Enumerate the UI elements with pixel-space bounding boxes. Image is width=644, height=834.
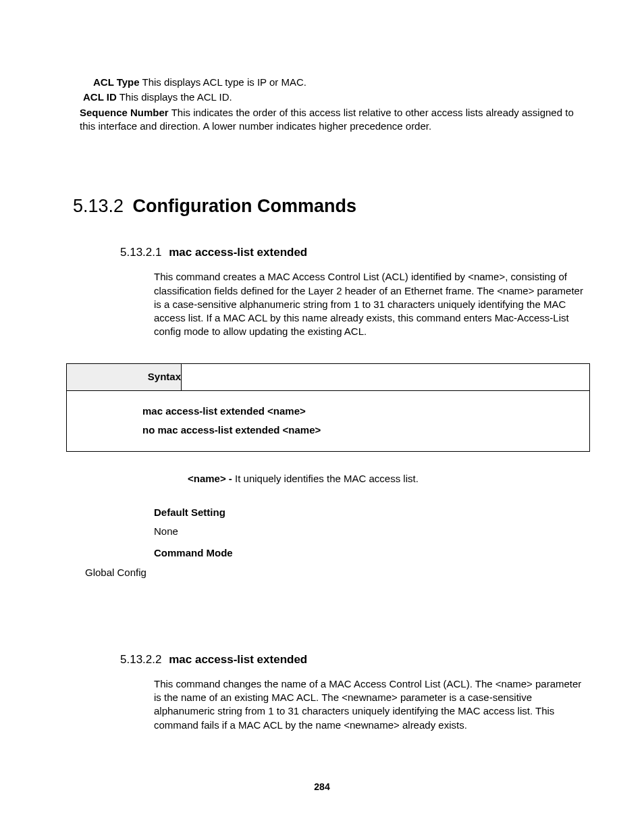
default-setting-value: None — [154, 525, 590, 538]
subsection-number: 5.13.2.2 — [120, 653, 161, 666]
parameter-block: <name> - It uniquely identifies the MAC … — [188, 472, 590, 486]
page-number: 284 — [0, 781, 644, 793]
section-title: Configuration Commands — [133, 196, 357, 216]
def-acl-type: ACL Type This displays ACL type is IP or… — [73, 76, 590, 89]
document-page: ACL Type This displays ACL type is IP or… — [0, 0, 644, 834]
subsection-2-body: This command changes the name of a MAC A… — [154, 677, 583, 732]
def-label: ACL Type — [93, 76, 140, 88]
def-text: This displays the ACL ID. — [119, 91, 232, 103]
subsection-heading-2: 5.13.2.2 mac access-list extended — [120, 652, 590, 668]
section-number: 5.13.2 — [73, 196, 124, 216]
def-sequence-number: Sequence Number This indicates the order… — [73, 106, 590, 134]
param-name: <name> - — [188, 473, 235, 484]
syntax-table: Syntax mac access-list extended <name> n… — [66, 363, 590, 452]
def-label: Sequence Number — [80, 107, 169, 118]
section-heading: 5.13.2 Configuration Commands — [73, 194, 590, 218]
def-text: This displays ACL type is IP or MAC. — [142, 76, 306, 88]
def-label: ACL ID — [83, 91, 117, 103]
subsection-title: mac access-list extended — [169, 246, 307, 259]
description-paragraph: This command creates a MAC Access Contro… — [154, 270, 583, 338]
syntax-line: mac access-list extended <name> — [142, 402, 584, 421]
def-acl-id: ACL ID This displays the ACL ID. — [73, 90, 590, 104]
default-setting-label: Default Setting — [154, 506, 590, 519]
syntax-label: Syntax — [67, 363, 182, 390]
command-mode-label: Command Mode — [154, 546, 590, 560]
definitions-block: ACL Type This displays ACL type is IP or… — [66, 76, 590, 133]
subsection-heading-1: 5.13.2.1 mac access-list extended — [120, 245, 590, 261]
subsection-number: 5.13.2.1 — [120, 246, 161, 259]
description-paragraph: This command changes the name of a MAC A… — [154, 677, 583, 732]
subsection-title: mac access-list extended — [169, 653, 307, 666]
subsection-1-body: This command creates a MAC Access Contro… — [154, 270, 583, 338]
syntax-line: no mac access-list extended <name> — [142, 421, 584, 440]
syntax-spacer — [182, 363, 590, 390]
command-mode-value: Global Config — [85, 566, 590, 579]
param-text: It uniquely identifies the MAC access li… — [235, 473, 419, 484]
syntax-body-cell: mac access-list extended <name> no mac a… — [67, 390, 590, 451]
